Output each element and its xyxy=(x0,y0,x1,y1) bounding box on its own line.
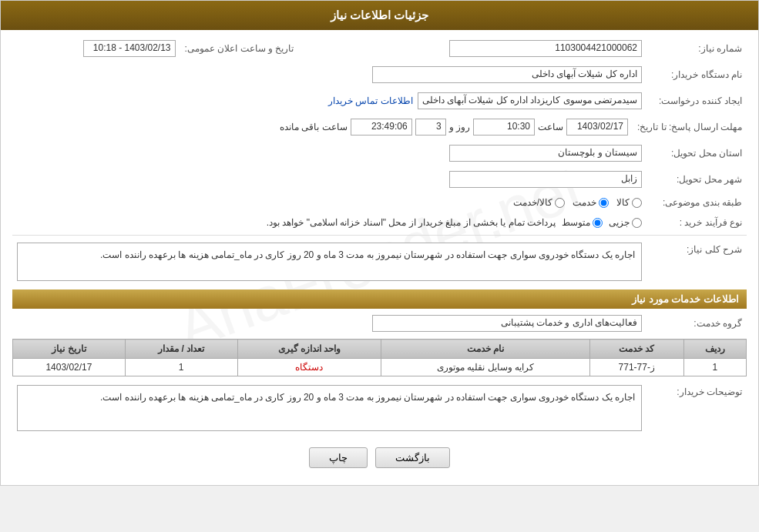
col-row-num: ردیف xyxy=(683,340,746,359)
category-label: طبقه بندی موضوعی: xyxy=(646,195,747,210)
page-title: جزئیات اطلاعات نیاز xyxy=(331,8,428,22)
service-group-label: گروه خدمت: xyxy=(646,313,747,334)
creator-link[interactable]: اطلاعات تماس خریدار xyxy=(328,95,413,106)
description-section-label: شرح کلی نیاز: xyxy=(646,240,747,283)
table-row: 1 ز-77-771 کرایه وسایل نقلیه موتوری دستگ… xyxy=(13,359,747,376)
radio-kala-khadamat[interactable]: کالا/خدمت xyxy=(513,197,565,208)
description-value: اجاره یک دستگاه خودروی سواری جهت استفاده… xyxy=(17,243,642,281)
deadline-time: 10:30 xyxy=(473,119,535,136)
cell-row-num: 1 xyxy=(683,359,746,376)
province-value: سیستان و بلوچستان xyxy=(449,145,642,162)
radio-kala[interactable]: کالا xyxy=(616,197,642,208)
services-section-header: اطلاعات خدمات مورد نیاز xyxy=(12,289,747,309)
cell-unit: دستگاه xyxy=(237,359,381,376)
footer-buttons: بازگشت چاپ xyxy=(12,438,747,477)
need-number-value: 1103004421000062 xyxy=(449,40,642,57)
process-note: پرداخت تمام یا بخشی از مبلغ خریدار از مح… xyxy=(17,217,556,228)
creator-label: ایجاد کننده درخواست: xyxy=(646,90,747,112)
cell-service-code: ز-77-771 xyxy=(589,359,683,376)
cell-quantity: 1 xyxy=(125,359,237,376)
province-label: استان محل تحویل: xyxy=(646,142,747,164)
need-number-label: شماره نیاز: xyxy=(646,38,747,59)
deadline-remaining-label: ساعت باقی مانده xyxy=(280,122,348,132)
col-service-name: نام خدمت xyxy=(381,340,590,359)
deadline-days-label: روز و xyxy=(449,122,470,132)
deadline-remaining: 23:49:06 xyxy=(351,119,412,136)
services-table: ردیف کد خدمت نام خدمت واحد اندازه گیری ت… xyxy=(12,339,747,376)
col-service-code: کد خدمت xyxy=(589,340,683,359)
cell-service-name: کرایه وسایل نقلیه موتوری xyxy=(381,359,590,376)
radio-motevaset[interactable]: متوسط xyxy=(562,217,603,228)
buyer-org-label: نام دستگاه خریدار: xyxy=(646,64,747,85)
city-label: شهر محل تحویل: xyxy=(646,169,747,190)
creator-value: سیدمرتضی موسوی کاریزداد اداره کل شیلات آ… xyxy=(418,92,642,109)
process-label: نوع فرآیند خرید : xyxy=(646,215,747,230)
buyer-description-value: اجاره یک دستگاه خودروی سواری جهت استفاده… xyxy=(17,385,642,431)
back-button[interactable]: بازگشت xyxy=(375,447,450,468)
buyer-description-label: توضیحات خریدار: xyxy=(646,383,747,433)
deadline-label: مهلت ارسال پاسخ: تا تاریخ: xyxy=(633,116,747,138)
service-group-value: فعالیت‌های اداری و خدمات پشتیبانی xyxy=(372,315,642,332)
cell-date: 1403/02/17 xyxy=(13,359,126,376)
deadline-date: 1403/02/17 xyxy=(566,119,628,136)
deadline-time-label: ساعت xyxy=(538,122,563,132)
radio-khadamat[interactable]: خدمت xyxy=(573,197,609,208)
buyer-org-value: اداره کل شیلات آبهای داخلی xyxy=(372,66,642,83)
announce-date-label: تاریخ و ساعت اعلان عمومی: xyxy=(180,38,299,59)
deadline-days: 3 xyxy=(415,119,446,136)
city-value: زابل xyxy=(449,171,642,188)
col-quantity: تعداد / مقدار xyxy=(125,340,237,359)
col-date: تاریخ نیاز xyxy=(13,340,126,359)
print-button[interactable]: چاپ xyxy=(309,447,368,468)
radio-jazzi[interactable]: جزیی xyxy=(609,217,642,228)
announce-date-value: 1403/02/13 - 10:18 xyxy=(83,40,176,57)
col-unit: واحد اندازه گیری xyxy=(237,340,381,359)
